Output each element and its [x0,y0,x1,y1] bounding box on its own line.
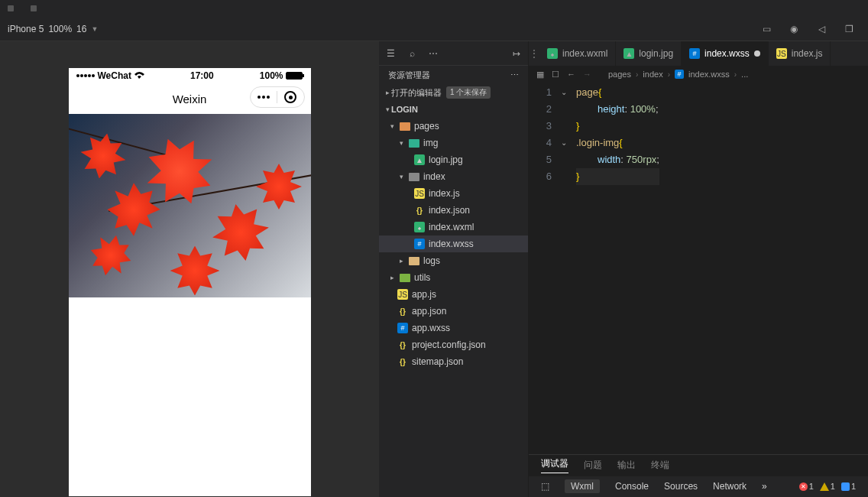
folder-icon [409,139,419,148]
image-file-icon: ▲ [414,154,425,165]
wifi-icon [134,72,144,80]
tab-loginjpg[interactable]: ▲login.jpg [616,41,682,66]
unsaved-dot-icon [754,50,760,57]
wxml-file-icon: ⬥ [414,222,425,232]
simulator-panel: WeChat 17:00 100% Weixin [0,41,379,497]
devtab-console[interactable]: Console [615,481,649,492]
code-editor[interactable]: 123456 ⌄ ⌄ page{ height: 100%; } .login-… [529,83,868,454]
device-selector[interactable]: iPhone 5 100% 16 ▼ [0,24,105,34]
send-icon[interactable]: ◁ [816,24,827,34]
tree-file-indexwxml[interactable]: ⬥index.wxml [379,219,528,236]
open-editors-section[interactable]: ▸ 打开的编辑器 1 个未保存 [379,84,528,101]
windows-icon[interactable]: ❐ [844,24,854,34]
wxss-file-icon [414,239,425,249]
login-image [69,114,311,297]
layout-icon[interactable]: ▦ [536,70,544,80]
device-zoom: 100% [48,24,72,34]
battery-label: 100% [260,70,283,81]
tree-file-appjson[interactable]: {}app.json [379,303,528,320]
tab-gutter-icon[interactable]: ⋮ [529,41,539,66]
error-icon: ✕ [799,482,808,491]
wxss-file-icon [689,48,700,59]
tree-folder-img[interactable]: ▾img [379,135,528,151]
js-file-icon: JS [397,289,408,300]
folder-icon [400,122,410,131]
carrier-label: WeChat [98,70,131,81]
folder-icon [400,274,410,282]
tab-output[interactable]: 输出 [617,459,636,472]
back-icon[interactable]: ← [567,70,575,79]
phone-icon[interactable]: ▭ [761,24,772,34]
navbar-title: Weixin [173,93,207,106]
battery-icon [286,72,303,80]
devtab-network[interactable]: Network [713,481,747,492]
tree-folder-utils[interactable]: ▸utils [379,269,528,286]
tree-folder-logs[interactable]: ▸logs [379,252,528,269]
phone-navbar: Weixin [69,83,311,114]
top-toolbar: iPhone 5 100% 16 ▼ ▭ ◉ ◁ ❐ [0,17,868,41]
tree-file-appwxss[interactable]: app.wxss [379,320,528,336]
editor-panel: ⋮ ⬥index.wxml ▲login.jpg index.wxss JSin… [529,41,868,497]
phone-statusbar: WeChat 17:00 100% [69,68,311,83]
project-name: LOGIN [391,105,418,114]
tab-terminal[interactable]: 终端 [651,459,669,472]
tab-indexwxml[interactable]: ⬥index.wxml [539,41,616,66]
more-icon[interactable]: ⋯ [428,48,439,59]
tree-file-loginjpg[interactable]: ▲login.jpg [379,151,528,168]
folder-icon [409,257,419,265]
open-editors-label: 打开的编辑器 [391,87,442,99]
panel-more-icon[interactable]: ⋯ [510,70,519,80]
tree-file-indexjs[interactable]: JSindex.js [379,185,528,202]
record-icon[interactable]: ◉ [789,24,799,34]
explorer-panel: ☰ ⌕ ⋯ ↦ 资源管理器 ⋯ ▸ 打开的编辑器 1 个未保存 ▾ LOGIN … [379,41,529,497]
tab-indexwxss[interactable]: index.wxss [682,41,769,66]
devtab-more-icon[interactable]: » [762,481,767,492]
wxml-file-icon: ⬥ [547,48,558,59]
forward-icon[interactable]: → [583,70,591,79]
devtab-sources[interactable]: Sources [664,481,698,492]
project-section[interactable]: ▾ LOGIN [379,101,528,118]
tree-folder-pages[interactable]: ▾pages [379,118,528,135]
explorer-title: 资源管理器 [388,70,430,81]
bottom-panel: 调试器 问题 输出 终端 ⬚ Wxml Console Sources Netw… [529,454,868,497]
line-gutter: 123456 [529,83,561,454]
wxss-file-icon [675,70,684,79]
unsaved-badge: 1 个未保存 [446,86,491,99]
breadcrumb[interactable]: ▦ ☐ ← → pages› index› index.wxss› ... [529,66,868,83]
bookmark-icon[interactable]: ☐ [552,70,559,80]
tab-debugger[interactable]: 调试器 [541,457,568,473]
js-file-icon: JS [414,188,425,199]
json-file-icon: {} [414,205,425,216]
inspect-icon[interactable]: ⬚ [541,481,549,492]
tab-problems[interactable]: 问题 [584,459,602,472]
wxss-file-icon [397,323,408,333]
chevron-down-icon: ▼ [91,25,98,33]
list-icon[interactable]: ☰ [385,48,396,59]
tab-indexjs[interactable]: JSindex.js [769,41,831,66]
device-extra: 16 [76,24,86,34]
tree-folder-index[interactable]: ▾index [379,168,528,185]
folder-icon [409,173,419,181]
tree-file-projectconfig[interactable]: {}project.config.json [379,336,528,353]
tree-file-sitemap[interactable]: {}sitemap.json [379,353,528,370]
json-file-icon: {} [397,306,408,317]
status-indicators[interactable]: ✕1 1 1 [799,482,856,491]
json-file-icon: {} [397,356,408,367]
title-bar [0,0,868,17]
tree-file-indexwxss[interactable]: index.wxss [379,236,528,252]
info-icon [841,482,850,491]
search-icon[interactable]: ⌕ [406,48,417,59]
devtab-wxml[interactable]: Wxml [565,479,600,493]
warning-icon [820,482,829,491]
phone-preview[interactable]: WeChat 17:00 100% Weixin [69,68,311,496]
editor-tabs: ⋮ ⬥index.wxml ▲login.jpg index.wxss JSin… [529,41,868,66]
tree-file-appjs[interactable]: JSapp.js [379,286,528,303]
json-file-icon: {} [397,339,408,350]
image-file-icon: ▲ [623,48,634,59]
tree-file-indexjson[interactable]: {}index.json [379,202,528,219]
file-tree: ▾pages ▾img ▲login.jpg ▾index JSindex.js… [379,118,528,497]
capsule-button[interactable] [250,86,305,108]
js-file-icon: JS [776,48,787,59]
collapse-icon[interactable]: ↦ [511,48,522,59]
time-label: 17:00 [190,70,214,81]
